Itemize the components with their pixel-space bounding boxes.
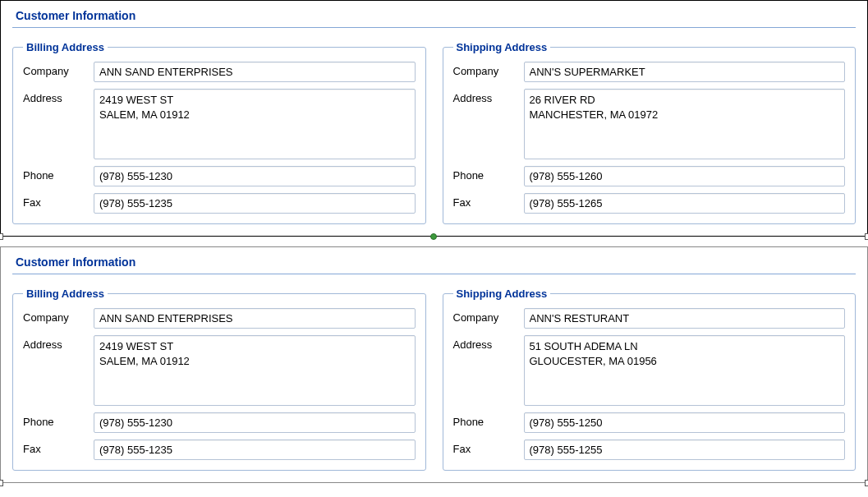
billing-address-input[interactable]: 2419 WEST ST SALEM, MA 01912 xyxy=(94,89,416,159)
shipping-phone-input[interactable] xyxy=(524,412,846,433)
shipping-address-group: Shipping Address Company Address 26 RIVE… xyxy=(443,41,857,224)
company-label: Company xyxy=(453,62,524,77)
phone-label: Phone xyxy=(453,166,524,182)
billing-address-group: Billing Address Company Address 2419 WES… xyxy=(12,41,426,224)
resize-handle-icon[interactable] xyxy=(865,233,868,240)
billing-company-input[interactable] xyxy=(94,308,416,329)
customer-info-panel: Customer Information Billing Address Com… xyxy=(0,246,868,483)
customer-info-panel: Customer Information Billing Address Com… xyxy=(0,0,868,237)
company-label: Company xyxy=(453,308,524,324)
billing-legend: Billing Address xyxy=(23,41,108,53)
phone-label: Phone xyxy=(453,412,524,428)
fax-label: Fax xyxy=(23,193,94,209)
shipping-address-input[interactable]: 51 SOUTH ADEMA LN GLOUCESTER, MA 01956 xyxy=(524,335,846,406)
shipping-address-input[interactable]: 26 RIVER RD MANCHESTER, MA 01972 xyxy=(524,89,846,159)
divider xyxy=(12,274,856,274)
billing-legend: Billing Address xyxy=(23,288,108,300)
billing-address-input[interactable]: 2419 WEST ST SALEM, MA 01912 xyxy=(94,335,416,406)
resize-handle-icon[interactable] xyxy=(0,233,3,240)
panel-title: Customer Information xyxy=(12,255,856,269)
company-label: Company xyxy=(23,308,94,324)
company-label: Company xyxy=(23,62,94,77)
billing-company-input[interactable] xyxy=(94,62,416,82)
shipping-company-input[interactable] xyxy=(524,62,846,82)
resize-handle-icon[interactable] xyxy=(865,480,868,486)
address-label: Address xyxy=(453,89,524,104)
shipping-phone-input[interactable] xyxy=(524,166,846,186)
resize-handle-icon[interactable] xyxy=(0,480,3,486)
address-label: Address xyxy=(23,89,94,104)
billing-phone-input[interactable] xyxy=(94,412,416,433)
fax-label: Fax xyxy=(453,439,524,455)
address-label: Address xyxy=(453,335,524,351)
address-label: Address xyxy=(23,335,94,351)
divider xyxy=(12,27,856,28)
billing-fax-input[interactable] xyxy=(94,439,416,460)
fax-label: Fax xyxy=(23,439,94,455)
shipping-address-group: Shipping Address Company Address 51 SOUT… xyxy=(443,288,857,471)
panel-title: Customer Information xyxy=(12,9,856,22)
billing-phone-input[interactable] xyxy=(94,166,416,186)
resize-handle-icon[interactable] xyxy=(430,233,437,240)
shipping-legend: Shipping Address xyxy=(453,41,551,53)
shipping-company-input[interactable] xyxy=(524,308,846,329)
billing-address-group: Billing Address Company Address 2419 WES… xyxy=(12,288,426,471)
shipping-legend: Shipping Address xyxy=(453,288,551,300)
fax-label: Fax xyxy=(453,193,524,209)
billing-fax-input[interactable] xyxy=(94,193,416,214)
shipping-fax-input[interactable] xyxy=(524,439,846,460)
phone-label: Phone xyxy=(23,166,94,182)
phone-label: Phone xyxy=(23,412,94,428)
shipping-fax-input[interactable] xyxy=(524,193,846,214)
